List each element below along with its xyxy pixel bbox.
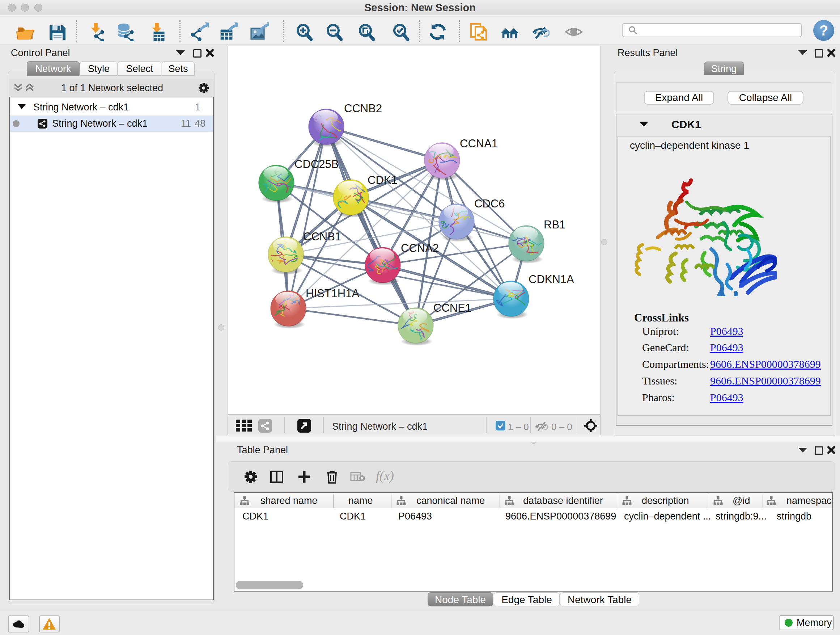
svg-text:CCNB2: CCNB2: [344, 102, 382, 115]
svg-text:CCNB1: CCNB1: [303, 230, 341, 243]
svg-text:CCNA1: CCNA1: [460, 137, 498, 150]
svg-text:CCNE1: CCNE1: [433, 302, 471, 314]
svg-text:HIST1H1A: HIST1H1A: [306, 287, 359, 300]
svg-text:RB1: RB1: [544, 218, 565, 231]
svg-text:CDKN1A: CDKN1A: [529, 273, 574, 286]
svg-text:CDC25B: CDC25B: [294, 158, 339, 171]
svg-text:CCNA2: CCNA2: [401, 242, 439, 255]
svg-text:CDK1: CDK1: [368, 174, 398, 187]
svg-text:CDC6: CDC6: [474, 197, 505, 210]
